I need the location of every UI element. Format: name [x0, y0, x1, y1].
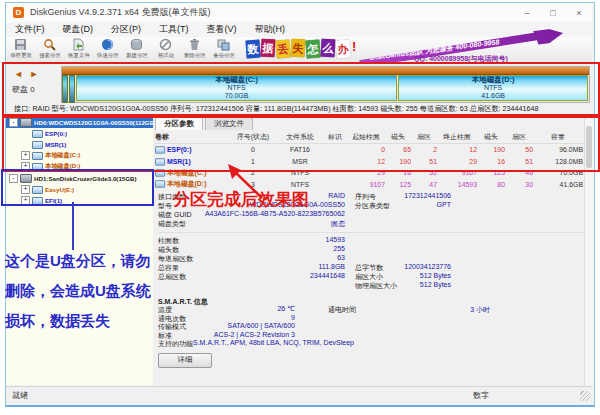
tree-partition-0-2[interactable]: +本地磁盘(C:) — [6, 150, 153, 161]
resize-grip[interactable] — [580, 391, 590, 401]
toolbar-button-1[interactable]: 搜索分区 — [35, 37, 64, 63]
toolbar-button-label: 搜索分区 — [39, 51, 61, 59]
cell-start-cyl: 12 — [350, 157, 385, 165]
param-pair-1: 总扇区数234441648 — [158, 272, 345, 282]
menu-item-4[interactable]: 查看(V) — [198, 23, 246, 36]
tree-partition-0-0[interactable]: ESP(0:) — [6, 128, 153, 139]
partition-icon — [32, 130, 43, 138]
smart-rows: 温度26 ℃通电时间3 小时通电次数9传输模式SATA/600 | SATA/6… — [158, 306, 588, 349]
expand-icon[interactable]: - — [9, 174, 18, 183]
param-value: 3 小时 — [470, 305, 490, 315]
partition-blocks: 本地磁盘(C:)NTFS70.0GB本地磁盘(D:)NTFS41.6GB — [62, 75, 589, 101]
close-button[interactable]: × — [566, 4, 592, 21]
cell-start-head: 125 — [387, 180, 411, 188]
partition-icon — [32, 152, 43, 160]
toolbar-button-3[interactable]: 快速分区 — [93, 37, 122, 63]
cell-fs: NTFS — [279, 180, 321, 188]
tree-partition-label: 本地磁盘(D:) — [45, 162, 80, 171]
menu-item-0[interactable]: 文件(F) — [6, 23, 54, 36]
param-label: 分区表类型 — [355, 201, 390, 211]
cell-start-head: 16 — [387, 169, 411, 177]
column-header-5: 磁头 — [386, 132, 410, 141]
param-label: 物理扇区大小 — [355, 281, 397, 291]
tree-partition-label: MSR(1) — [45, 141, 66, 148]
menu-bar: 文件(F)硬盘(D)分区(P)工具(T)查看(V)帮助(H) — [6, 22, 592, 38]
tree-partition-0-3[interactable]: +本地磁盘(D:) — [6, 161, 153, 172]
menu-item-2[interactable]: 分区(P) — [102, 23, 150, 36]
toolbar-button-label: 保存更改 — [10, 51, 32, 59]
tree-partition-1-0[interactable]: +EasyU(E:) — [6, 184, 153, 195]
table-row-0[interactable]: ESP(0:)0FAT160652121905096.0MB — [155, 144, 585, 156]
disk-param-row-10: 物理扇区大小512 Bytes — [158, 281, 588, 290]
cell-end-head: 80 — [479, 180, 505, 188]
msr-partition-block[interactable] — [69, 75, 75, 103]
tree-partition-label: 本地磁盘(C:) — [45, 151, 80, 160]
toolbar-button-2[interactable]: 恢复文件 — [64, 37, 93, 63]
cell-volume-label: 本地磁盘(D:) — [167, 180, 206, 189]
expand-icon[interactable]: + — [21, 185, 30, 194]
toolbar-button-6[interactable]: 删除分区 — [180, 37, 209, 63]
tree-partition-0-1[interactable]: MSR(1) — [6, 139, 153, 150]
toolbar-button-5[interactable]: 格式化 — [151, 37, 180, 63]
ad-tile-1: 据 — [261, 39, 276, 58]
cell-fs: FAT16 — [279, 146, 321, 154]
cell-start-head: 65 — [387, 146, 411, 154]
minimize-button[interactable]: – — [514, 4, 540, 21]
cell-end-head: 125 — [479, 169, 505, 177]
vertical-scrollbar[interactable] — [584, 116, 594, 385]
menu-item-3[interactable]: 工具(T) — [150, 23, 198, 36]
esp-partition-block[interactable] — [62, 75, 68, 103]
toolbar-button-label: 格式化 — [157, 51, 173, 59]
disk-info-line: 接口: RAID 型号: WDCWDS120G1G0A-00SS50 序列号: … — [14, 104, 539, 114]
column-header-1: 序号(状态) — [231, 132, 275, 141]
menu-item-1[interactable]: 硬盘(D) — [54, 23, 103, 36]
column-header-0: 卷标 — [155, 132, 223, 141]
param-label: 磁盘类型 — [158, 219, 186, 229]
expand-icon[interactable]: + — [21, 196, 30, 205]
partition-size: 70.0GB — [225, 92, 249, 100]
param-pair-1: 磁盘类型固态 — [158, 219, 345, 229]
tree-partition-label: EasyU(E:) — [45, 186, 74, 193]
ad-banner-tiles: 数据丢失怎么办! — [246, 39, 356, 57]
disk-bar-partition-0[interactable]: 本地磁盘(C:)NTFS70.0GB — [76, 75, 397, 101]
disk-overview-panel: ◄ ► 硬盘 0 本地磁盘(C:)NTFS70.0GB本地磁盘(D:)NTFS4… — [6, 63, 592, 115]
cell-end-sec: 46 — [507, 169, 533, 177]
disk-bar[interactable]: 本地磁盘(C:)NTFS70.0GB本地磁盘(D:)NTFS41.6GB — [61, 66, 590, 103]
expand-icon[interactable]: - — [9, 118, 18, 127]
expand-icon[interactable]: + — [21, 162, 30, 171]
tree-disk-0[interactable]: -HD0:WDCWDS120G1G0A-00SS50(112GB) — [6, 116, 153, 128]
toolbar-button-7[interactable]: 备份分区 — [209, 37, 238, 63]
disk-param-row-3: 磁盘类型固态 — [158, 219, 588, 228]
smart-section: S.M.A.R.T. 信息 温度26 ℃通电时间3 小时通电次数9传输模式SAT… — [158, 297, 588, 368]
ad-tile-6: 办 — [335, 40, 350, 59]
cell-fs: NTFS — [279, 169, 321, 177]
tree-disk-1[interactable]: -HD1:SanDiskCruzerGlide3.0(15GB) — [6, 172, 153, 184]
scrollbar-thumb[interactable] — [586, 126, 592, 168]
search-partition-icon — [43, 38, 57, 51]
column-header-2: 文件系统 — [279, 132, 321, 141]
cell-end-head: 16 — [479, 157, 505, 165]
tree-partition-1-1[interactable]: +EFI(1) — [6, 195, 153, 206]
disk-bar-partition-1[interactable]: 本地磁盘(D:)NTFS41.6GB — [398, 75, 588, 101]
screen: D DiskGenius V4.9.2.371 x64 免费版(单文件版) – … — [0, 0, 600, 415]
title-bar: D DiskGenius V4.9.2.371 x64 免费版(单文件版) – … — [6, 3, 592, 22]
menu-item-5[interactable]: 帮助(H) — [246, 23, 295, 36]
toolbar-button-0[interactable]: 保存更改 — [6, 37, 35, 63]
cell-capacity: 96.0MB — [537, 146, 583, 154]
ad-tile-5: 么 — [321, 39, 336, 58]
table-row-3[interactable]: 本地磁盘(D:)3NTFS91071254714593803041.6GB — [155, 179, 585, 191]
tab-0[interactable]: 分区参数 — [155, 117, 203, 130]
table-row-2[interactable]: 本地磁盘(C:)2NTFS29165291071254670.0GB — [155, 167, 585, 179]
cell-no: 1 — [231, 157, 275, 165]
disk-nav-arrows[interactable]: ◄ ► — [14, 69, 40, 79]
detail-panel: 分区参数浏览文件 卷标序号(状态)文件系统标识起始柱面磁头扇区终止柱面磁头扇区容… — [153, 116, 594, 385]
tab-1[interactable]: 浏览文件 — [205, 117, 253, 130]
smart-detail-button[interactable]: 详细 — [158, 353, 212, 368]
table-row-1[interactable]: MSR(1)1MSR1219051291651128.0MB — [155, 156, 585, 168]
toolbar-button-4[interactable]: 新建分区 — [122, 37, 151, 63]
partition-table-header: 卷标序号(状态)文件系统标识起始柱面磁头扇区终止柱面磁头扇区容量 — [155, 131, 585, 144]
cell-no: 0 — [231, 146, 275, 154]
maximize-button[interactable]: □ — [540, 4, 566, 21]
expand-icon[interactable]: + — [21, 151, 30, 160]
toolbar-button-label: 新建分区 — [126, 51, 148, 59]
